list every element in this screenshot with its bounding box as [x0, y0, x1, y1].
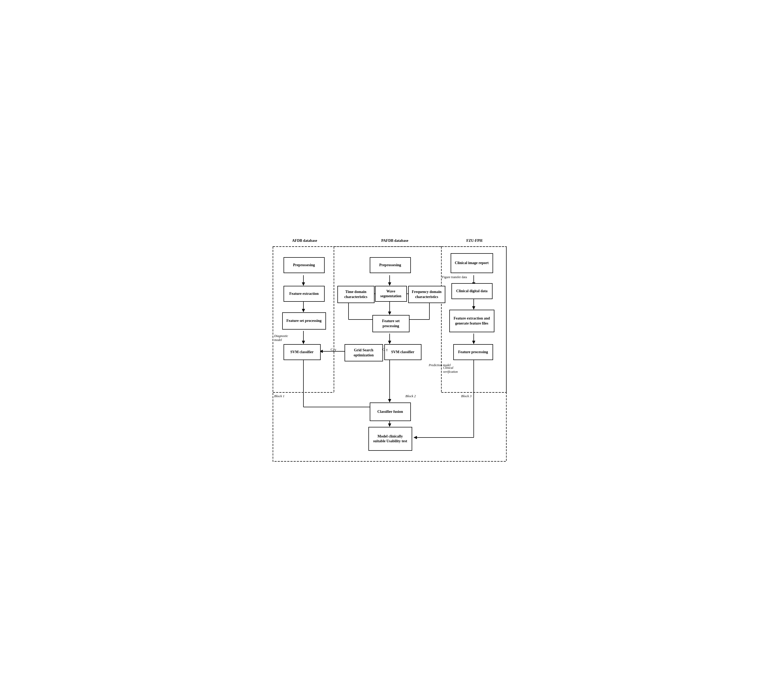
svg-marker-24 — [388, 312, 391, 315]
feature-set-processing-afdb-box: Feature set processing — [282, 312, 326, 330]
c-gamma-left-label: C, γ — [331, 347, 336, 352]
feature-extraction-box: Feature extraction — [284, 286, 325, 302]
feature-extraction-fzu-box: Feature extraction and generate feature … — [449, 310, 494, 332]
feature-set-processing-pafdb-label: Feature set processing — [375, 319, 407, 328]
feature-extraction-fzu-label: Feature extraction and generate feature … — [452, 316, 492, 326]
svg-marker-53 — [388, 423, 391, 427]
frequency-domain-box: Frequency domain characteristics — [408, 286, 445, 303]
clinical-image-report-label: Clinical image report — [455, 261, 489, 265]
block1-label: Block 1 — [274, 394, 285, 398]
clinical-digital-data-box: Clinical digital data — [451, 283, 492, 299]
preprossesing-afdb-box: Preprossesing — [284, 257, 325, 273]
feature-processing-box: Feature processing — [453, 344, 493, 360]
wave-segmentation-box: Wave segmentation — [375, 286, 407, 302]
classifier-fusion-label: Classifier fusion — [377, 409, 403, 414]
figure-transfer-label: Figure transfer data — [442, 275, 467, 279]
svm-classifier-pafdb-box: SVM classifier — [384, 344, 422, 360]
preprossesing-pafdb-box: Preprossesing — [370, 257, 411, 273]
svg-marker-48 — [472, 341, 475, 344]
svg-marker-32 — [388, 341, 391, 344]
preprossesing-pafdb-label: Preprossesing — [379, 263, 401, 268]
svg-marker-12 — [302, 282, 305, 286]
time-domain-box: Time domain characteristics — [337, 286, 375, 303]
block2-label: Block 2 — [405, 394, 416, 398]
svg-marker-18 — [388, 282, 391, 286]
svg-marker-39 — [388, 399, 391, 402]
afdb-header: AFDB database — [275, 238, 334, 243]
wave-segmentation-label: Wave segmentation — [378, 289, 404, 298]
fzu-header: FZU-FPH — [445, 238, 504, 243]
feature-set-processing-pafdb-box: Feature set processing — [372, 315, 410, 332]
svg-marker-46 — [472, 306, 475, 310]
frequency-domain-label: Frequency domain characteristics — [411, 290, 443, 299]
time-domain-label: Time domain characteristics — [340, 290, 372, 299]
feature-processing-label: Feature processing — [458, 350, 488, 355]
c-gamma-right-label: C, γ — [382, 347, 388, 352]
svg-marker-14 — [302, 309, 305, 312]
diagnostic-model-label: Diagnostic model — [274, 334, 295, 342]
svm-classifier-afdb-label: SVM classifier — [290, 350, 314, 355]
model-clinically-label: Model clinically suitable Usability test — [371, 434, 410, 443]
grid-search-label: Grid Search optimization — [347, 348, 380, 357]
svm-classifier-pafdb-label: SVM classifier — [391, 350, 414, 355]
svg-marker-16 — [302, 341, 305, 344]
pafdb-header: PAFDB database — [363, 238, 427, 243]
clinical-verification-label: Clinical verification — [443, 366, 467, 374]
model-clinically-box: Model clinically suitable Usability test — [369, 427, 412, 451]
svm-classifier-afdb-box: SVM classifier — [284, 344, 321, 360]
diagram-container: AFDB database PAFDB database FZU-FPH Pre… — [270, 236, 509, 464]
grid-search-box: Grid Search optimization — [345, 344, 383, 362]
feature-set-processing-afdb-label: Feature set processing — [287, 318, 322, 323]
classifier-fusion-box: Classifier fusion — [370, 402, 411, 421]
feature-extraction-label: Feature extraction — [289, 292, 319, 296]
svg-marker-51 — [414, 436, 417, 439]
block3-label: Block 3 — [461, 394, 472, 398]
clinical-digital-data-label: Clinical digital data — [456, 289, 487, 293]
preprossesing-afdb-label: Preprossesing — [293, 263, 315, 268]
clinical-image-report-box: Clinical image report — [450, 253, 493, 273]
